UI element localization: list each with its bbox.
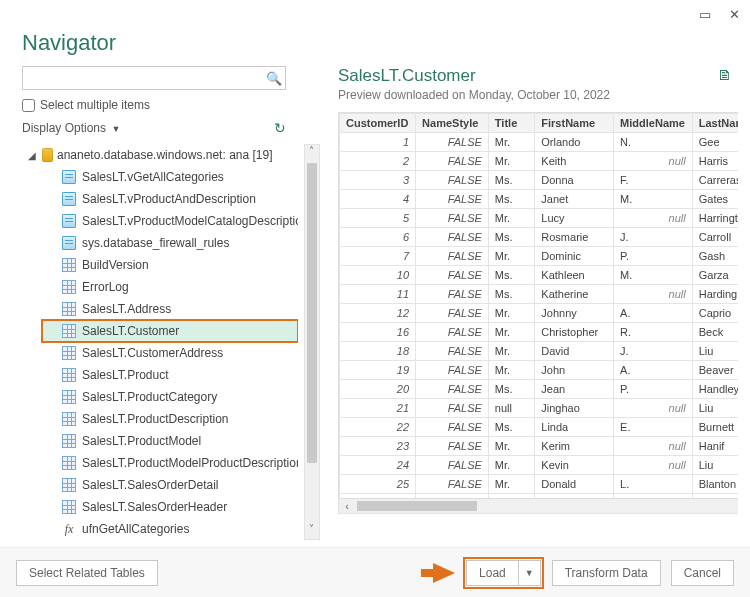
- table-row[interactable]: 7FALSEMr.DominicP.Gash: [340, 247, 739, 266]
- cell: Mr.: [488, 152, 534, 171]
- tree-item-label: SalesLT.Product: [82, 368, 169, 382]
- scroll-left-icon[interactable]: ‹: [339, 499, 355, 513]
- cell: Liu: [692, 342, 738, 361]
- tree-item[interactable]: SalesLT.ProductCategory: [42, 386, 298, 408]
- chevron-down-icon: ▼: [111, 124, 120, 134]
- tree-scrollbar[interactable]: ˄ ˅: [304, 144, 320, 540]
- table-row[interactable]: 18FALSEMr.DavidJ.Liu: [340, 342, 739, 361]
- cell: FALSE: [416, 209, 489, 228]
- select-multiple-input[interactable]: [22, 99, 35, 112]
- tree-item[interactable]: SalesLT.Customer: [42, 320, 298, 342]
- cell: Johnny: [535, 304, 614, 323]
- table-row[interactable]: 23FALSEMr.KerimnullHanif: [340, 437, 739, 456]
- tree-item[interactable]: sys.database_firewall_rules: [42, 232, 298, 254]
- tree-root-node[interactable]: ◢ ananeto.database.windows.net: ana [19]: [22, 144, 298, 166]
- tree-item[interactable]: SalesLT.vProductAndDescription: [42, 188, 298, 210]
- tree-item[interactable]: SalesLT.CustomerAddress: [42, 342, 298, 364]
- load-dropdown-button[interactable]: ▼: [518, 560, 541, 586]
- tree-item[interactable]: fxufnGetAllCategories: [42, 518, 298, 540]
- table-icon: [62, 346, 76, 360]
- table-row[interactable]: 24FALSEMr.KevinnullLiu: [340, 456, 739, 475]
- cell: Janet: [535, 190, 614, 209]
- column-header[interactable]: NameStyle: [416, 114, 489, 133]
- window-restore-icon[interactable]: ▭: [699, 7, 711, 22]
- cell: Mr.: [488, 323, 534, 342]
- preview-grid[interactable]: CustomerIDNameStyleTitleFirstNameMiddleN…: [338, 112, 738, 499]
- tree-item[interactable]: SalesLT.Product: [42, 364, 298, 386]
- table-icon: [62, 324, 76, 338]
- tree-item[interactable]: SalesLT.ProductDescription: [42, 408, 298, 430]
- tree-item[interactable]: SalesLT.ProductModelProductDescription: [42, 452, 298, 474]
- scroll-down-icon[interactable]: ˅: [305, 523, 319, 539]
- table-row[interactable]: 20FALSEMs.JeanP.Handley: [340, 380, 739, 399]
- tree-item[interactable]: SalesLT.SalesOrderHeader: [42, 496, 298, 518]
- cancel-button[interactable]: Cancel: [671, 560, 734, 586]
- select-multiple-checkbox[interactable]: Select multiple items: [22, 98, 320, 112]
- tree-item-label: BuildVersion: [82, 258, 149, 272]
- cell: Handley: [692, 380, 738, 399]
- tree-item[interactable]: SalesLT.vProductModelCatalogDescription: [42, 210, 298, 232]
- hscroll-thumb[interactable]: [357, 501, 477, 511]
- cell: Mr.: [488, 247, 534, 266]
- cell: null: [614, 399, 693, 418]
- cell: Liu: [692, 399, 738, 418]
- grid-horizontal-scrollbar[interactable]: ‹ ›: [338, 499, 738, 514]
- cell: FALSE: [416, 475, 489, 494]
- tree-item[interactable]: BuildVersion: [42, 254, 298, 276]
- scroll-up-icon[interactable]: ˄: [305, 145, 319, 161]
- table-icon: [62, 500, 76, 514]
- preview-subtitle: Preview downloaded on Monday, October 10…: [338, 88, 610, 102]
- tree-item[interactable]: SalesLT.SalesOrderDetail: [42, 474, 298, 496]
- scroll-thumb[interactable]: [307, 163, 317, 463]
- table-row[interactable]: 2FALSEMr.KeithnullHarris: [340, 152, 739, 171]
- table-row[interactable]: 4FALSEMs.JanetM.Gates: [340, 190, 739, 209]
- transform-data-button[interactable]: Transform Data: [552, 560, 661, 586]
- table-row[interactable]: 3FALSEMs.DonnaF.Carreras: [340, 171, 739, 190]
- cell: 12: [340, 304, 416, 323]
- table-row[interactable]: 21FALSEnullJinghaonullLiu: [340, 399, 739, 418]
- disclosure-icon[interactable]: ◢: [28, 150, 38, 161]
- table-row[interactable]: 10FALSEMs.KathleenM.Garza: [340, 266, 739, 285]
- add-query-icon[interactable]: 🗎: [717, 66, 732, 83]
- table-row[interactable]: 6FALSEMs.RosmarieJ.Carroll: [340, 228, 739, 247]
- column-header[interactable]: LastName: [692, 114, 738, 133]
- cell: 6: [340, 228, 416, 247]
- refresh-icon[interactable]: ↻: [274, 120, 286, 136]
- column-header[interactable]: CustomerID: [340, 114, 416, 133]
- search-icon[interactable]: 🔍: [266, 71, 282, 86]
- tree-item-label: SalesLT.CustomerAddress: [82, 346, 223, 360]
- table-row[interactable]: 19FALSEMr.JohnA.Beaver: [340, 361, 739, 380]
- column-header[interactable]: Title: [488, 114, 534, 133]
- table-row[interactable]: 5FALSEMr.LucynullHarringto: [340, 209, 739, 228]
- window-close-icon[interactable]: ✕: [729, 7, 740, 22]
- cell: 23: [340, 437, 416, 456]
- column-header[interactable]: FirstName: [535, 114, 614, 133]
- tree-item[interactable]: SalesLT.vGetAllCategories: [42, 166, 298, 188]
- table-row[interactable]: 12FALSEMr.JohnnyA.Caprio: [340, 304, 739, 323]
- table-row[interactable]: 22FALSEMs.LindaE.Burnett: [340, 418, 739, 437]
- display-options-dropdown[interactable]: Display Options ▼: [22, 121, 120, 135]
- footer-bar: Select Related Tables Load ▼ Transform D…: [0, 547, 750, 597]
- load-button[interactable]: Load: [466, 560, 518, 586]
- cell: 11: [340, 285, 416, 304]
- cell: Linda: [535, 418, 614, 437]
- cell: Mr.: [488, 437, 534, 456]
- tree-item[interactable]: ErrorLog: [42, 276, 298, 298]
- cell: E.: [614, 418, 693, 437]
- cell: J.: [614, 228, 693, 247]
- cell: Gash: [692, 247, 738, 266]
- column-header[interactable]: MiddleName: [614, 114, 693, 133]
- table-row[interactable]: 11FALSEMs.KatherinenullHarding: [340, 285, 739, 304]
- table-row[interactable]: 1FALSEMr.OrlandoN.Gee: [340, 133, 739, 152]
- tree-item-label: SalesLT.ProductModelProductDescription: [82, 456, 298, 470]
- table-row[interactable]: 25FALSEMr.DonaldL.Blanton: [340, 475, 739, 494]
- tree-item-label: SalesLT.ProductDescription: [82, 412, 229, 426]
- select-related-tables-button[interactable]: Select Related Tables: [16, 560, 158, 586]
- cell: Mr.: [488, 342, 534, 361]
- tree-item[interactable]: SalesLT.ProductModel: [42, 430, 298, 452]
- search-input[interactable]: [22, 66, 286, 90]
- table-row[interactable]: 16FALSEMr.ChristopherR.Beck: [340, 323, 739, 342]
- cell: Mr.: [488, 304, 534, 323]
- cell: 2: [340, 152, 416, 171]
- tree-item[interactable]: SalesLT.Address: [42, 298, 298, 320]
